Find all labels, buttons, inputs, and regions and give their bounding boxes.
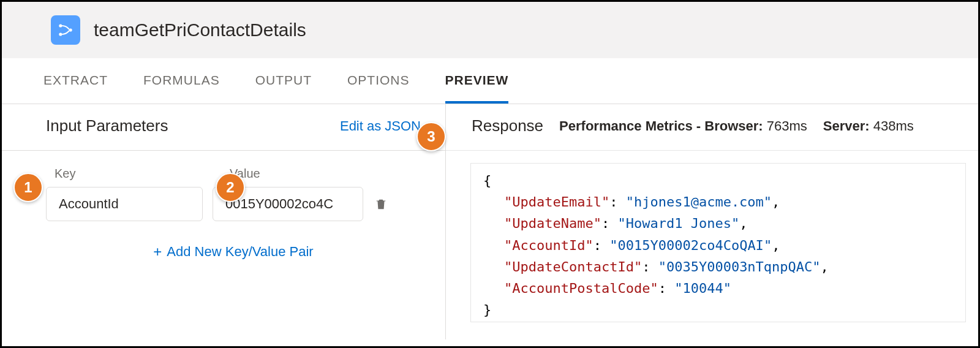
delete-icon[interactable] bbox=[373, 196, 389, 212]
response-panel: Response Performance Metrics - Browser: … bbox=[446, 104, 978, 339]
key-label: Key bbox=[46, 167, 221, 181]
tab-options[interactable]: OPTIONS bbox=[347, 58, 410, 104]
value-input[interactable] bbox=[213, 187, 363, 221]
json-value: "hjones1@acme.com" bbox=[626, 194, 772, 210]
tab-extract[interactable]: EXTRACT bbox=[43, 58, 108, 104]
header-bar: teamGetPriContactDetails bbox=[2, 2, 978, 58]
json-value: "0015Y00002co4CoQAI" bbox=[609, 238, 772, 253]
tab-output[interactable]: OUTPUT bbox=[255, 58, 312, 104]
add-key-value-link[interactable]: + Add New Key/Value Pair bbox=[153, 243, 313, 260]
edit-as-json-link[interactable]: Edit as JSON bbox=[340, 118, 421, 134]
response-title: Response bbox=[472, 116, 543, 135]
svg-point-0 bbox=[59, 24, 62, 27]
key-input[interactable] bbox=[46, 187, 203, 221]
input-parameters-panel: Input Parameters Edit as JSON Key Value … bbox=[2, 104, 446, 339]
plus-icon: + bbox=[153, 243, 162, 260]
page-title: teamGetPriContactDetails bbox=[94, 20, 306, 40]
browser-value: 763ms bbox=[767, 118, 807, 134]
input-parameters-title: Input Parameters bbox=[46, 116, 168, 135]
data-mapper-icon bbox=[51, 15, 80, 45]
svg-point-1 bbox=[59, 32, 62, 36]
server-value: 438ms bbox=[873, 118, 914, 134]
tab-bar: EXTRACT FORMULAS OUTPUT OPTIONS PREVIEW bbox=[2, 58, 978, 104]
parameter-row: Key Value + Add New Key/Value Pair bbox=[2, 151, 445, 260]
value-label: Value bbox=[221, 167, 260, 181]
server-label: Server: bbox=[823, 118, 870, 134]
metrics-label: Performance Metrics - bbox=[559, 118, 704, 134]
performance-metrics: Performance Metrics - Browser: 763ms bbox=[559, 118, 807, 134]
add-key-value-label: Add New Key/Value Pair bbox=[167, 244, 313, 260]
server-metrics: Server: 438ms bbox=[823, 118, 914, 134]
input-parameters-header: Input Parameters Edit as JSON bbox=[2, 104, 445, 151]
response-header: Response Performance Metrics - Browser: … bbox=[446, 104, 978, 151]
tab-preview[interactable]: PREVIEW bbox=[445, 58, 509, 104]
json-value: "0035Y00003nTqnpQAC" bbox=[658, 259, 821, 274]
content: Input Parameters Edit as JSON Key Value … bbox=[2, 104, 978, 339]
json-value: "10044" bbox=[674, 281, 731, 296]
tab-formulas[interactable]: FORMULAS bbox=[143, 58, 220, 104]
json-value: "Howard1 Jones" bbox=[617, 216, 739, 231]
response-json[interactable]: { "UpdateEmail": "hjones1@acme.com", "Up… bbox=[470, 163, 966, 322]
browser-label: Browser: bbox=[704, 118, 763, 134]
